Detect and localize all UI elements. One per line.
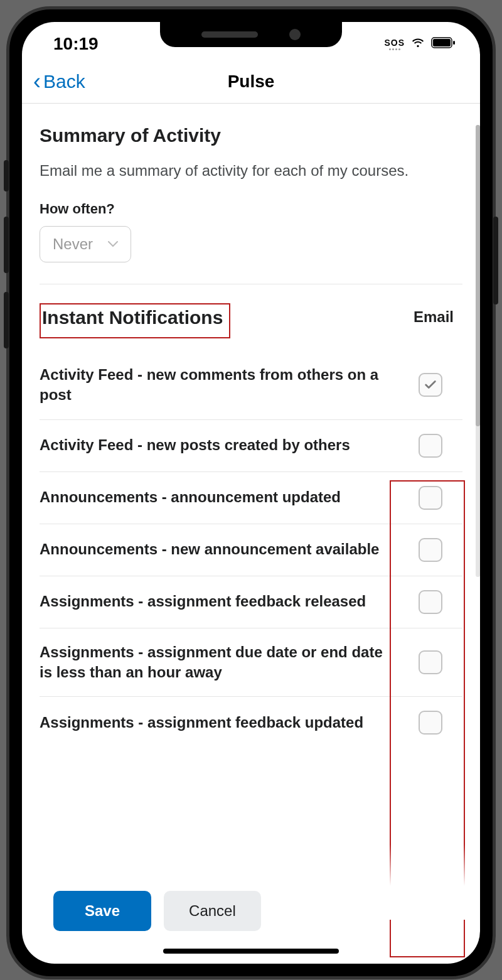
volume-down[interactable] [4,292,9,348]
volume-up[interactable] [4,217,9,273]
side-buttons-right [493,217,498,323]
summary-title: Summary of Activity [40,125,462,146]
notification-label: Announcements - announcement updated [40,487,406,507]
email-checkbox[interactable] [419,434,442,458]
nav-header: ‹ Back Pulse [22,60,480,104]
scrollbar-thumb[interactable] [476,125,480,426]
mute-switch[interactable] [4,160,9,191]
instant-header-row: Instant Notifications Email [40,303,462,338]
notification-label: Assignments - assignment feedback update… [40,713,406,733]
frequency-select[interactable]: Never [40,226,131,262]
email-checkbox[interactable] [419,650,442,674]
svg-rect-1 [433,39,451,46]
back-button[interactable]: ‹ Back [22,70,85,93]
battery-icon [431,36,456,51]
clock: 10:19 [53,34,99,54]
notification-row: Activity Feed - new comments from others… [40,351,462,420]
notch [160,22,342,47]
content-area: Summary of Activity Email me a summary o… [22,104,480,843]
button-bar: Save Cancel [22,885,480,937]
notification-label: Announcements - new announcement availab… [40,539,406,559]
notification-row: Announcements - announcement updated [40,472,462,524]
instant-title: Instant Notifications [40,303,405,338]
email-column-header: Email [405,303,462,331]
notification-row: Activity Feed - new posts created by oth… [40,420,462,472]
status-icons: SOS [384,35,456,53]
phone-frame: 10:19 SOS ‹ Back Pulse [6,6,496,979]
notification-label: Assignments - assignment feedback releas… [40,591,406,611]
notification-label: Assignments - assignment due date or end… [40,642,406,683]
save-button[interactable]: Save [53,891,151,931]
page-title: Pulse [228,72,275,92]
side-buttons-left [4,160,9,367]
email-checkbox[interactable] [419,373,442,397]
home-indicator[interactable] [163,949,339,954]
front-camera [289,29,301,40]
notification-row: Assignments - assignment due date or end… [40,628,462,697]
scrollbar[interactable] [476,125,480,577]
power-button[interactable] [493,217,498,304]
chevron-left-icon: ‹ [33,70,41,93]
notification-row: Assignments - assignment feedback update… [40,697,462,748]
email-checkbox[interactable] [419,590,442,614]
notification-list: Activity Feed - new comments from others… [40,351,462,749]
svg-rect-2 [453,41,455,45]
instant-title-highlight: Instant Notifications [40,303,230,338]
cancel-button[interactable]: Cancel [164,891,261,931]
notification-label: Activity Feed - new comments from others… [40,365,406,406]
speaker-grille [201,31,258,38]
email-checkbox[interactable] [419,538,442,562]
frequency-value: Never [53,235,93,253]
email-checkbox[interactable] [419,711,442,735]
chevron-down-icon [108,237,118,250]
notification-row: Assignments - assignment feedback releas… [40,576,462,628]
notification-label: Activity Feed - new posts created by oth… [40,435,406,455]
email-checkbox[interactable] [419,486,442,510]
frequency-label: How often? [40,201,462,217]
divider [40,284,462,284]
screen: 10:19 SOS ‹ Back Pulse [22,22,480,964]
wifi-icon [410,35,426,53]
summary-description: Email me a summary of activity for each … [40,160,462,182]
cellular-sos: SOS [384,38,405,50]
back-label: Back [43,71,85,92]
notification-row: Announcements - new announcement availab… [40,524,462,576]
